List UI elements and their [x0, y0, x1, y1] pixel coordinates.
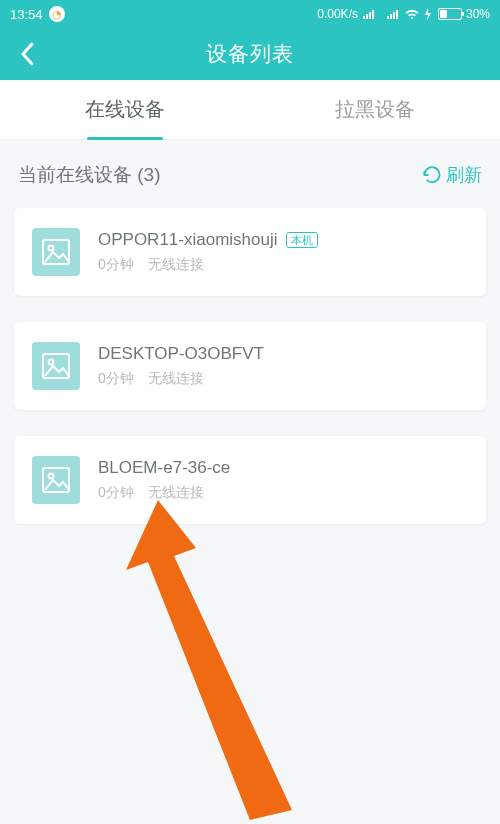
status-bar: 13:54 ◔ 0.00K/s 30% [0, 0, 500, 28]
refresh-button[interactable]: 刷新 [422, 163, 482, 187]
device-name: OPPOR11-xiaomishouji [98, 230, 278, 250]
refresh-icon [422, 165, 442, 185]
wifi-icon [404, 8, 420, 20]
device-list: OPPOR11-xiaomishouji 本机 0分钟无线连接 DESKTOP-… [0, 200, 500, 524]
device-tag: 本机 [286, 232, 318, 248]
tabs: 在线设备 拉黑设备 [0, 80, 500, 140]
device-conn: 无线连接 [148, 256, 204, 272]
device-card[interactable]: BLOEM-e7-36-ce 0分钟无线连接 [14, 436, 486, 524]
signal-hd-icon [362, 8, 382, 20]
device-card[interactable]: DESKTOP-O3OBFVT 0分钟无线连接 [14, 322, 486, 410]
netspeed: 0.00K/s [317, 7, 358, 21]
image-icon [41, 238, 71, 266]
bolt-icon [424, 8, 432, 20]
svg-marker-6 [126, 500, 292, 820]
tab-label: 拉黑设备 [335, 96, 415, 123]
tab-blacklist[interactable]: 拉黑设备 [250, 80, 500, 139]
tab-label: 在线设备 [85, 96, 165, 123]
statusbar-right: 0.00K/s 30% [317, 7, 490, 21]
device-thumb [32, 228, 80, 276]
statusbar-left: 13:54 ◔ [10, 6, 65, 22]
statusbar-app-icon: ◔ [49, 6, 65, 22]
signal-icon [386, 8, 400, 20]
device-name: DESKTOP-O3OBFVT [98, 344, 264, 364]
svg-point-3 [49, 360, 54, 365]
device-conn: 无线连接 [148, 484, 204, 500]
device-body: BLOEM-e7-36-ce 0分钟无线连接 [98, 458, 468, 502]
device-thumb [32, 342, 80, 390]
section-header: 当前在线设备 (3) 刷新 [0, 140, 500, 200]
image-icon [41, 466, 71, 494]
svg-point-5 [49, 474, 54, 479]
clock: 13:54 [10, 7, 43, 22]
device-body: OPPOR11-xiaomishouji 本机 0分钟无线连接 [98, 230, 468, 274]
chevron-left-icon [18, 41, 38, 67]
tab-online[interactable]: 在线设备 [0, 80, 250, 139]
device-duration: 0分钟 [98, 370, 134, 386]
device-card[interactable]: OPPOR11-xiaomishouji 本机 0分钟无线连接 [14, 208, 486, 296]
battery-percent: 30% [466, 7, 490, 21]
back-button[interactable] [8, 28, 48, 80]
section-title: 当前在线设备 (3) [18, 162, 161, 188]
page-title: 设备列表 [206, 40, 294, 68]
device-name: BLOEM-e7-36-ce [98, 458, 230, 478]
refresh-label: 刷新 [446, 163, 482, 187]
device-duration: 0分钟 [98, 484, 134, 500]
device-body: DESKTOP-O3OBFVT 0分钟无线连接 [98, 344, 468, 388]
device-conn: 无线连接 [148, 370, 204, 386]
device-duration: 0分钟 [98, 256, 134, 272]
battery-icon [438, 8, 462, 20]
title-bar: 设备列表 [0, 28, 500, 80]
image-icon [41, 352, 71, 380]
svg-point-1 [49, 246, 54, 251]
device-thumb [32, 456, 80, 504]
